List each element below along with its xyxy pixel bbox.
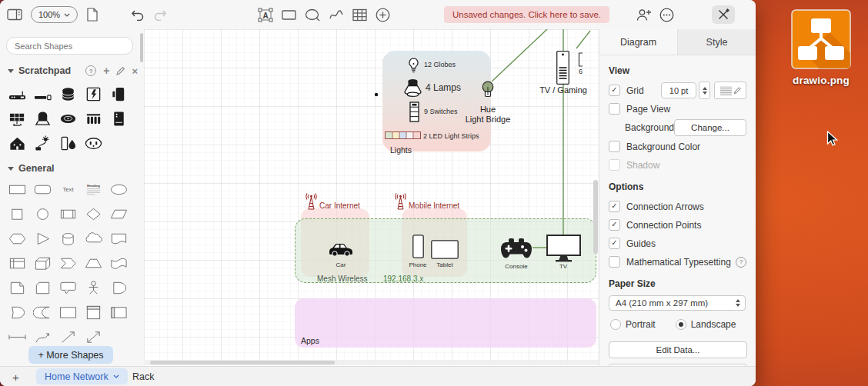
shape-ups[interactable] xyxy=(81,82,106,106)
horizontal-scrollbar-thumb[interactable] xyxy=(150,361,335,364)
shape-horizontal-divider[interactable] xyxy=(5,324,30,349)
shape-horizontal-container[interactable] xyxy=(106,300,132,324)
scratchpad-add-icon[interactable]: + xyxy=(103,65,109,77)
tab-style[interactable]: Style xyxy=(677,29,756,55)
table-tool-icon[interactable] xyxy=(352,8,367,22)
rectangle-tool-icon[interactable] xyxy=(282,9,296,21)
shadow-checkbox[interactable] xyxy=(609,159,620,171)
shape-tape[interactable] xyxy=(106,251,132,275)
shape-diamond[interactable] xyxy=(81,201,106,226)
theme-button[interactable] xyxy=(712,5,735,24)
shape-rounded-rectangle[interactable] xyxy=(30,177,55,201)
shape-and[interactable] xyxy=(5,300,30,324)
drawio-file-icon[interactable]: drawio.png xyxy=(791,9,851,86)
shape-or[interactable] xyxy=(106,275,132,300)
share-button[interactable] xyxy=(636,8,652,22)
shape-solar-panel[interactable] xyxy=(5,106,30,131)
shape-smart-home[interactable] xyxy=(5,131,30,155)
vertical-scrollbar-thumb[interactable] xyxy=(593,180,598,254)
zoom-dropdown[interactable]: 100% xyxy=(31,6,78,23)
background-color-checkbox[interactable] xyxy=(609,141,620,152)
paper-size-select[interactable]: A4 (210 mm x 297 mm) xyxy=(609,295,746,311)
shape-hexagon[interactable] xyxy=(5,226,30,251)
shape-card[interactable] xyxy=(30,275,55,300)
page-tab-rack[interactable]: Rack xyxy=(132,371,154,382)
horizontal-scrollbar[interactable] xyxy=(144,360,599,365)
diagram-canvas[interactable]: 12 Globes 4 Lamps 9 Switches 2 LED Light… xyxy=(144,29,599,366)
grid-size-input[interactable]: 10 pt xyxy=(661,82,696,98)
shape-cube[interactable] xyxy=(30,251,55,275)
shape-rectangle[interactable] xyxy=(5,177,30,201)
shape-wifi-router[interactable] xyxy=(5,82,30,106)
page-tab-home-network[interactable]: Home Network xyxy=(36,368,128,384)
freehand-tool-icon[interactable] xyxy=(329,9,344,21)
unsaved-changes-banner[interactable]: Unsaved changes. Click here to save. xyxy=(444,6,609,23)
shape-search[interactable] xyxy=(6,37,133,55)
add-shape-icon[interactable] xyxy=(376,8,390,22)
apps-zone[interactable]: Apps xyxy=(295,298,596,348)
help-icon[interactable]: ? xyxy=(736,257,746,268)
redo-button[interactable] xyxy=(153,9,167,21)
scratchpad-edit-icon[interactable] xyxy=(116,67,125,75)
shape-container[interactable] xyxy=(55,300,81,324)
connection-arrows-checkbox[interactable]: ✓ xyxy=(609,201,620,212)
tab-diagram[interactable]: Diagram xyxy=(599,29,677,55)
shape-parallelogram[interactable] xyxy=(106,201,132,226)
shape-ellipse[interactable] xyxy=(106,177,132,201)
shape-note[interactable] xyxy=(5,275,30,300)
page-view-checkbox[interactable] xyxy=(609,103,620,115)
tablet-node[interactable] xyxy=(431,240,459,259)
grid-checkbox[interactable]: ✓ xyxy=(609,85,620,96)
shape-disk-stack[interactable] xyxy=(55,82,81,106)
edit-data-button[interactable]: Edit Data... xyxy=(609,341,747,358)
tv-gaming-node[interactable] xyxy=(556,51,569,85)
collapse-caret-icon[interactable] xyxy=(8,69,14,73)
add-page-button[interactable]: + xyxy=(12,371,19,384)
shape-square[interactable] xyxy=(5,201,30,226)
shape-circle[interactable] xyxy=(30,201,55,226)
shape-triangle[interactable] xyxy=(30,226,55,251)
page-icon[interactable] xyxy=(86,8,98,22)
more-shapes-button[interactable]: + More Shapes xyxy=(28,346,113,364)
shape-wall-dock[interactable] xyxy=(106,82,132,106)
shape-water-heater[interactable] xyxy=(30,106,55,131)
shape-power-outlet[interactable] xyxy=(81,131,106,155)
grid-size-stepper[interactable] xyxy=(699,82,710,99)
change-background-button[interactable]: Change... xyxy=(674,119,746,136)
scratchpad-help-icon[interactable]: ? xyxy=(85,65,96,76)
text-tool-icon[interactable]: A xyxy=(258,8,273,22)
shape-radiator[interactable] xyxy=(81,106,106,131)
ellipse-tool-icon[interactable] xyxy=(305,8,320,22)
grid-color-button[interactable] xyxy=(714,82,746,99)
undo-button[interactable] xyxy=(131,9,145,21)
shape-actor[interactable] xyxy=(81,275,106,300)
portrait-radio[interactable] xyxy=(610,319,621,330)
shape-data-storage[interactable] xyxy=(30,300,55,324)
more-options-button[interactable] xyxy=(659,8,674,22)
landscape-radio[interactable] xyxy=(676,319,686,330)
collapse-caret-icon[interactable] xyxy=(8,167,14,171)
shape-process[interactable] xyxy=(55,201,81,226)
shape-patch-panel[interactable] xyxy=(30,82,55,106)
shape-document[interactable] xyxy=(106,226,132,251)
shape-server-tower[interactable] xyxy=(106,106,132,131)
shape-smoke-detector[interactable] xyxy=(55,106,81,131)
connection-points-checkbox[interactable]: ✓ xyxy=(609,219,620,231)
tv-node[interactable] xyxy=(546,235,581,262)
lights-group[interactable]: 12 Globes 4 Lamps 9 Switches 2 LED Light… xyxy=(382,51,491,151)
mobile-internet-antenna-icon[interactable] xyxy=(395,193,406,211)
car-internet-antenna-icon[interactable] xyxy=(305,193,317,211)
shape-text[interactable]: Text xyxy=(55,177,81,201)
toggle-panel-icon[interactable] xyxy=(7,8,22,21)
console-node[interactable] xyxy=(500,236,532,261)
hue-bridge-node[interactable] xyxy=(481,81,495,98)
shape-cylinder[interactable] xyxy=(55,226,81,251)
shape-leak-sensor[interactable] xyxy=(55,131,81,155)
sidebar-scrollbar[interactable] xyxy=(140,33,143,62)
phone-node[interactable] xyxy=(412,235,424,258)
shape-callout[interactable] xyxy=(55,275,81,300)
shape-trapezoid[interactable] xyxy=(81,251,106,275)
shape-step[interactable] xyxy=(55,251,81,275)
shape-vertical-container[interactable] xyxy=(81,300,106,324)
car-node[interactable] xyxy=(327,241,355,257)
